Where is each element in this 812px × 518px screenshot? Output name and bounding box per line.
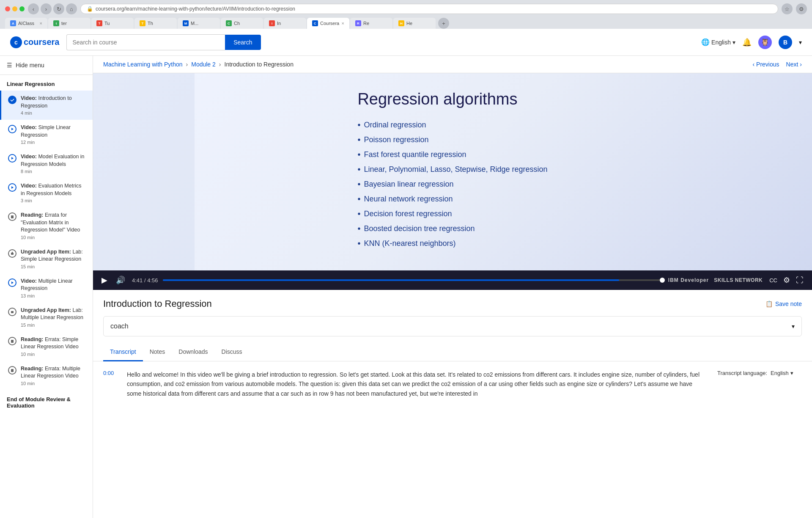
avatar-owl[interactable]: 🦉 [758, 36, 772, 49]
browser-tab-m[interactable]: M M... [178, 18, 220, 29]
sidebar-item-content: Video: Multiple Linear Regression 13 min [21, 278, 86, 298]
svg-marker-0 [11, 128, 14, 130]
slide-list-item: Poisson regression [357, 135, 547, 145]
user-avatar[interactable]: B [779, 36, 792, 49]
total-time: 4:56 [147, 277, 158, 284]
sidebar-item-multiple-linear[interactable]: Video: Multiple Linear Regression 13 min [0, 273, 93, 303]
sidebar-item-title: Video: Evaluation Metrics in Regression … [21, 182, 86, 197]
sidebar-item-title: Reading: Errata: Multiple Linear Regress… [21, 365, 86, 380]
svg-rect-7 [11, 311, 14, 313]
progress-bar[interactable] [163, 279, 663, 281]
transcript-language: Transcript language: English ▾ [717, 370, 802, 376]
breadcrumb-course[interactable]: Machine Learning with Python [103, 61, 183, 68]
tab-downloads[interactable]: Downloads [172, 343, 214, 361]
browser-tab-in[interactable]: I In [264, 18, 306, 29]
search-button[interactable]: Search [225, 35, 261, 50]
browser-back-button[interactable]: ‹ [28, 3, 39, 14]
browser-tab-th[interactable]: T Th [134, 18, 177, 29]
sidebar-item-errata-simple[interactable]: Reading: Errata: Simple Linear Regressio… [0, 332, 93, 361]
browser-tab-re[interactable]: R Re [350, 18, 392, 29]
sidebar-item-title: Video: Model Evaluation in Regression Mo… [21, 153, 86, 168]
coach-section[interactable]: coach ▾ [103, 316, 802, 336]
sidebar-item-duration: 12 min [21, 140, 86, 145]
svg-rect-5 [12, 252, 13, 253]
search-input[interactable] [66, 34, 225, 50]
transcript-sidebar: Transcript language: English ▾ [717, 370, 802, 402]
previous-label: Previous [756, 61, 779, 68]
slide-list-item: Boosted decision tree regression [357, 224, 547, 234]
sidebar-item-simple-linear[interactable]: Video: Simple Linear Regression 12 min [0, 120, 93, 149]
sidebar-item-errata-multiple[interactable]: Reading: Errata: Multiple Linear Regress… [0, 361, 93, 390]
hide-menu-button[interactable]: ☰ Hide menu [0, 56, 93, 75]
save-note-button[interactable]: 📋 Save note [765, 300, 802, 307]
browser-tab-tu[interactable]: T Tu [91, 18, 134, 29]
sidebar-item-content: Reading: Errata: Simple Linear Regressio… [21, 336, 86, 357]
tab-discuss[interactable]: Discuss [215, 343, 249, 361]
progress-dot [660, 278, 665, 283]
browser-tab-aiclass[interactable]: A AIClass × [5, 18, 47, 29]
tab-notes[interactable]: Notes [143, 343, 172, 361]
sidebar-section-title: Linear Regression [0, 75, 93, 91]
cc-button[interactable]: CC [768, 275, 779, 286]
language-selector[interactable]: 🌐 English ▾ [701, 38, 735, 46]
tab-favicon: H [398, 20, 404, 26]
breadcrumb-bar: Machine Learning with Python › Module 2 … [93, 56, 812, 73]
maximize-window-button[interactable] [19, 6, 25, 11]
svg-marker-1 [11, 157, 14, 160]
browser-tab-hc[interactable]: H He [393, 18, 436, 29]
sidebar-item-intro-regression[interactable]: Video: Introduction to Regression 4 min [0, 91, 93, 120]
settings-button[interactable]: ⚙ [782, 275, 792, 286]
language-label: English [711, 39, 731, 46]
volume-button[interactable]: 🔊 [114, 275, 127, 286]
chevron-down-icon[interactable]: ▾ [790, 370, 793, 376]
progress-fill [163, 279, 619, 281]
transcript-time[interactable]: 0:00 [103, 370, 120, 398]
bookmark-button[interactable]: ☆ [782, 3, 793, 14]
browser-tab-ter[interactable]: t ter [48, 18, 91, 29]
close-window-button[interactable] [5, 6, 10, 11]
sidebar-item-errata-eval[interactable]: Reading: Errata for "Evaluation Matrix i… [0, 207, 93, 244]
video-controls: ▶ 🔊 4:41 / 4:56 IBM Developer SKILLS NET… [93, 270, 812, 290]
browser-tab-coursera[interactable]: C Coursera × [307, 18, 349, 29]
minimize-window-button[interactable] [12, 6, 17, 11]
browser-home-button[interactable]: ⌂ [66, 3, 77, 14]
coursera-logo[interactable]: c coursera [10, 36, 60, 48]
browser-forward-button[interactable]: › [41, 3, 52, 14]
address-bar[interactable]: 🔒 coursera.org/learn/machine-learning-wi… [80, 4, 778, 14]
sidebar-item-lab-simple[interactable]: Ungraded App Item: Lab: Simple Linear Re… [0, 244, 93, 273]
sidebar-item-title: Video: Multiple Linear Regression [21, 278, 86, 292]
sidebar-item-title: Video: Introduction to Regression [21, 95, 86, 110]
video-title-bar: Introduction to Regression 📋 Save note [93, 290, 812, 316]
sidebar-item-eval-metrics[interactable]: Video: Evaluation Metrics in Regression … [0, 178, 93, 207]
next-button[interactable]: Next › [786, 61, 802, 68]
browser-tab-ch[interactable]: C Ch [221, 18, 263, 29]
tab-close-icon[interactable]: × [40, 21, 42, 26]
next-label: Next [786, 61, 798, 68]
menu-icon: ☰ [7, 62, 12, 69]
play-button[interactable]: ▶ [100, 275, 109, 286]
new-tab-button[interactable]: + [438, 18, 449, 29]
transcript-lang-value: English [771, 370, 789, 376]
browser-refresh-button[interactable]: ↻ [53, 3, 64, 14]
fullscreen-button[interactable]: ⛶ [794, 275, 805, 286]
chevron-right-icon: › [800, 61, 802, 68]
tab-close-icon[interactable]: × [342, 21, 344, 26]
tab-favicon: I [269, 20, 275, 26]
sidebar: ☰ Hide menu Linear Regression Video: Int… [0, 56, 93, 518]
breadcrumb-module[interactable]: Module 2 [191, 61, 216, 68]
sidebar-item-model-evaluation[interactable]: Video: Model Evaluation in Regression Mo… [0, 149, 93, 178]
extensions-button[interactable]: ⚙ [796, 3, 807, 14]
header-right: 🌐 English ▾ 🔔 🦉 B ▾ [701, 36, 802, 49]
slide-list-item: Linear, Polynomial, Lasso, Stepwise, Rid… [357, 165, 547, 174]
previous-button[interactable]: ‹ Previous [752, 61, 779, 68]
slide-list-item: Fast forest quantile regression [357, 150, 547, 160]
sidebar-item-lab-multiple[interactable]: Ungraded App Item: Lab: Multiple Linear … [0, 303, 93, 332]
notification-button[interactable]: 🔔 [742, 38, 752, 47]
sidebar-item-duration: 15 min [21, 264, 86, 269]
user-menu-chevron[interactable]: ▾ [799, 39, 802, 46]
sidebar-item-content: Ungraded App Item: Lab: Multiple Linear … [21, 307, 86, 328]
sidebar-item-content: Video: Model Evaluation in Regression Mo… [21, 153, 86, 174]
skills-watermark: SKILLS NETWORK [714, 277, 763, 283]
chevron-down-icon: ▾ [732, 39, 735, 46]
tab-transcript[interactable]: Transcript [103, 343, 143, 361]
